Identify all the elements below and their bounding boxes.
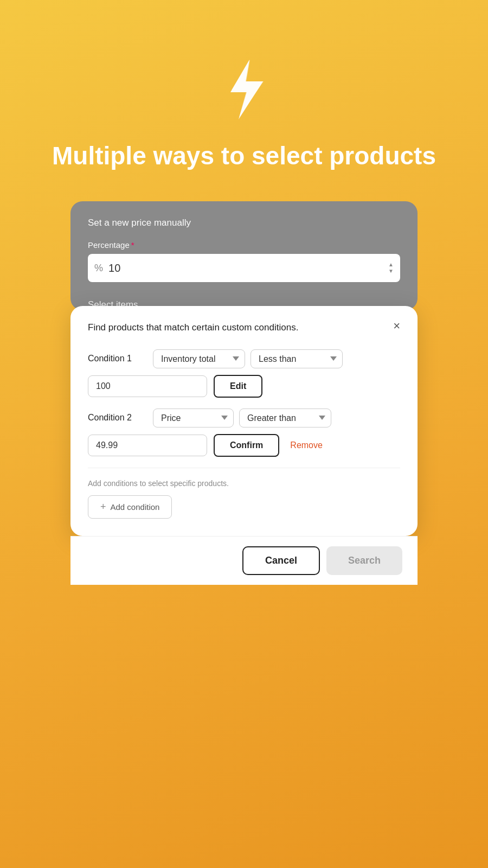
condition-1-edit-button[interactable]: Edit <box>214 375 262 398</box>
conditions-modal: Find products that match certain custom … <box>70 306 418 536</box>
percentage-symbol: % <box>94 263 103 274</box>
condition-1-operator-select[interactable]: Less than Greater than Equal to <box>251 349 343 368</box>
set-price-title: Set a new price manually <box>88 218 400 228</box>
percentage-stepper[interactable]: ▲ ▼ <box>388 262 394 274</box>
condition-1-bottom: Edit <box>88 375 400 398</box>
stepper-down-icon[interactable]: ▼ <box>388 269 394 274</box>
stepper-up-icon[interactable]: ▲ <box>388 262 394 267</box>
add-condition-button[interactable]: + Add condition <box>88 495 172 519</box>
condition-2-top: Condition 2 Price Inventory total Stock … <box>88 409 400 427</box>
percentage-input-row: % 10 ▲ ▼ <box>88 254 400 282</box>
plus-icon: + <box>100 501 106 513</box>
condition-2-label: Condition 2 <box>88 413 147 423</box>
condition-1-row: Condition 1 Inventory total Price Stock … <box>88 349 400 398</box>
condition-1-top: Condition 1 Inventory total Price Stock … <box>88 349 400 368</box>
condition-2-value-input[interactable] <box>88 435 207 456</box>
condition-2-remove-button[interactable]: Remove <box>286 435 327 456</box>
hero-title: Multiple ways to select products <box>20 141 468 171</box>
condition-2-operator-select[interactable]: Greater than Less than Equal to <box>239 409 331 427</box>
percentage-label: Percentage* <box>88 240 400 250</box>
condition-1-field-select[interactable]: Inventory total Price Stock <box>153 349 245 368</box>
modal-description: Find products that match certain custom … <box>88 321 298 334</box>
condition-2-bottom: Confirm Remove <box>88 434 400 457</box>
add-condition-label: Add condition <box>111 502 160 512</box>
condition-2-row: Condition 2 Price Inventory total Stock … <box>88 409 400 457</box>
condition-2-field-select[interactable]: Price Inventory total Stock <box>153 409 234 427</box>
bottom-bar: Cancel Search <box>70 536 418 585</box>
add-conditions-hint: Add conditions to select specific produc… <box>88 479 400 488</box>
bg-card: Set a new price manually Percentage* % 1… <box>70 201 418 310</box>
modal-header: Find products that match certain custom … <box>88 321 400 334</box>
condition-1-value-input[interactable] <box>88 375 207 397</box>
svg-marker-1 <box>232 60 264 117</box>
close-button[interactable]: × <box>393 320 400 332</box>
percentage-value[interactable]: 10 <box>108 262 388 275</box>
search-button[interactable]: Search <box>326 546 402 575</box>
lightning-icon-wrapper <box>220 60 268 122</box>
lightning-icon <box>220 60 268 119</box>
condition-1-label: Condition 1 <box>88 354 147 363</box>
divider <box>88 468 400 468</box>
cancel-button[interactable]: Cancel <box>242 546 320 575</box>
condition-2-confirm-button[interactable]: Confirm <box>214 434 279 457</box>
